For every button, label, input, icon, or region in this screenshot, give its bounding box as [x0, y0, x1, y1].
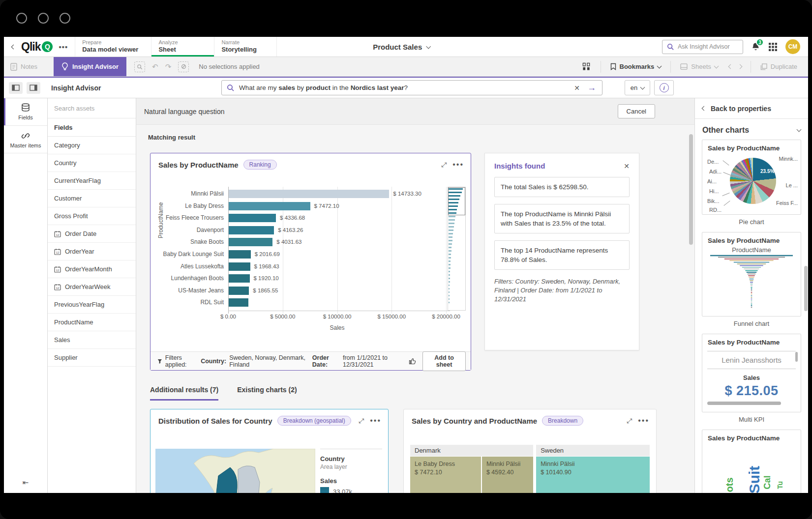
properties-scrollbar[interactable] [804, 266, 808, 311]
cancel-button[interactable]: Cancel [618, 104, 655, 118]
step-forward-icon[interactable]: ↷ [165, 62, 172, 71]
avatar[interactable]: CM [785, 39, 800, 54]
bar[interactable] [229, 238, 272, 246]
wordcloud-word[interactable]: ots [724, 478, 735, 492]
bar[interactable] [229, 214, 276, 222]
nav-tab-prepare[interactable]: Prepare Data model viewer [75, 37, 151, 57]
qlik-logo[interactable]: Qlik Q [21, 40, 53, 54]
wordcloud-word[interactable]: Tu [776, 481, 784, 489]
notifications-button[interactable]: 3 [751, 42, 760, 52]
previous-sheet-icon[interactable] [728, 64, 733, 69]
kebab-menu-icon[interactable]: ••• [638, 416, 649, 425]
asset-item[interactable]: Category [48, 137, 136, 154]
back-to-properties-button[interactable]: Back to properties [695, 98, 808, 119]
treemap-cell[interactable]: Le Baby Dress$ 7472.10 [410, 457, 481, 493]
main-scrollbar[interactable] [689, 134, 693, 245]
kpi-horizontal-scrollbar[interactable] [707, 402, 781, 405]
asset-item[interactable]: ProductName [48, 314, 136, 331]
sheets-button[interactable]: Sheets [674, 63, 724, 70]
minimap-viewport[interactable] [448, 187, 465, 215]
expand-icon[interactable]: ⤢ [627, 417, 632, 425]
next-sheet-icon[interactable] [737, 64, 742, 69]
collapse-panel-icon[interactable]: ⇤ [23, 478, 29, 487]
expand-icon[interactable]: ⤢ [359, 417, 364, 425]
app-title-menu[interactable]: Product Sales [373, 37, 430, 57]
asset-item[interactable]: Supplier [48, 349, 136, 367]
ask-insight-advisor-box[interactable] [662, 40, 743, 54]
window-control-icon[interactable] [60, 13, 70, 24]
bar[interactable] [229, 250, 251, 259]
bar[interactable] [229, 262, 250, 271]
add-to-sheet-button[interactable]: Add to sheet [422, 351, 466, 371]
toggle-right-panel-icon[interactable] [27, 82, 40, 94]
smart-search-icon[interactable] [134, 61, 145, 72]
bar[interactable] [229, 202, 310, 210]
window-controls[interactable] [16, 13, 70, 24]
bar[interactable] [229, 287, 249, 295]
window-control-icon[interactable] [16, 13, 27, 24]
duplicate-button[interactable]: Duplicate [754, 63, 808, 70]
nav-tab-analyze[interactable]: Analyze Sheet [151, 37, 214, 57]
step-back-icon[interactable]: ↶ [152, 62, 158, 71]
rail-item-master-items[interactable]: Master items [4, 126, 47, 153]
nl-question-input[interactable]: What are my sales by product in the Nord… [221, 80, 602, 95]
clear-question-icon[interactable]: ✕ [572, 84, 582, 92]
asset-item[interactable]: Sales [48, 331, 136, 349]
divider [601, 61, 601, 73]
asset-item[interactable]: 12OrderYearWeek [48, 278, 136, 296]
asset-item[interactable]: 12Order Date [48, 225, 136, 243]
bar[interactable] [229, 298, 248, 307]
kebab-menu-icon[interactable]: ••• [452, 160, 464, 169]
asset-item[interactable]: Customer [48, 190, 136, 207]
funnel-chart-card[interactable]: Sales by ProductName ProductName [702, 232, 801, 317]
expand-icon[interactable]: ⤢ [441, 161, 447, 169]
asset-item[interactable]: 12OrderYear [48, 243, 136, 260]
asset-item[interactable]: PreviousYearFlag [48, 296, 136, 314]
other-charts-section[interactable]: Other charts [695, 119, 808, 140]
clear-selections-icon[interactable] [178, 61, 189, 72]
treemap-cell[interactable]: Minnki Pälsii$ 10140.90 [536, 457, 650, 493]
kpi-vertical-scrollbar[interactable] [795, 352, 798, 362]
nav-tab-narrate[interactable]: Narrate Storytelling [214, 37, 277, 57]
notes-button[interactable]: Notes [4, 57, 44, 76]
back-icon[interactable] [11, 44, 16, 49]
asset-item[interactable]: 12OrderYearMonth [48, 260, 136, 278]
treemap-cell[interactable]: Minnki Pälsii$ 4592.40 [482, 457, 533, 493]
info-button[interactable]: i [654, 80, 674, 95]
thumbs-up-icon[interactable] [409, 357, 417, 365]
asset-item[interactable]: Country [48, 154, 136, 172]
asset-search[interactable] [48, 98, 136, 118]
map-chart-card[interactable]: Distribution of Sales for Country Breakd… [150, 409, 389, 493]
close-icon[interactable]: ✕ [624, 162, 630, 170]
ask-insight-advisor-input[interactable] [678, 43, 736, 50]
asset-search-input[interactable] [54, 105, 129, 112]
bar[interactable] [229, 190, 389, 198]
treemap-chart-card[interactable]: Sales by Country and ProductName Breakdo… [403, 409, 657, 493]
wordcloud-word[interactable]: Cal [762, 475, 773, 489]
insight-advisor-button[interactable]: Insight Advisor [54, 57, 126, 76]
chart-footer: Filters applied: Country: Sweden, Norway… [150, 351, 471, 370]
wordcloud-chart-card[interactable]: Sales by ProductName SuitotsCalTu [702, 430, 801, 493]
bar[interactable] [229, 226, 274, 234]
wordcloud-word[interactable]: Suit [746, 466, 763, 493]
kebab-menu-icon[interactable]: ••• [370, 416, 381, 425]
bar[interactable] [229, 274, 250, 283]
sheet-layout-icon[interactable] [582, 62, 591, 71]
asset-item[interactable]: Gross Profit [48, 207, 136, 225]
asset-item[interactable]: CurrentYearFlag [48, 172, 136, 190]
language-selector[interactable]: en [625, 80, 650, 95]
map-visual[interactable] [155, 449, 315, 493]
bookmarks-button[interactable]: Bookmarks [604, 63, 668, 70]
pie-chart-card[interactable]: Sales by ProductName 23.5% De...Adi...Ai… [702, 140, 801, 215]
app-grid-icon[interactable] [768, 42, 778, 52]
result-tab[interactable]: Existing charts (2) [237, 386, 297, 401]
window-control-icon[interactable] [38, 13, 49, 24]
bar-chart-card[interactable]: Sales by ProductName Ranking ⤢ ••• Produ… [150, 153, 471, 371]
rail-item-fields[interactable]: Fields [4, 98, 47, 126]
submit-question-icon[interactable]: → [586, 83, 597, 93]
result-tab[interactable]: Additional results (7) [150, 386, 218, 401]
overflow-menu-icon[interactable]: ••• [59, 43, 68, 51]
chart-minimap-scrollbar[interactable] [448, 187, 466, 311]
multi-kpi-card[interactable]: Sales by ProductName Lenin Jeansshorts S… [702, 334, 801, 412]
toggle-left-panel-icon[interactable] [9, 82, 23, 94]
